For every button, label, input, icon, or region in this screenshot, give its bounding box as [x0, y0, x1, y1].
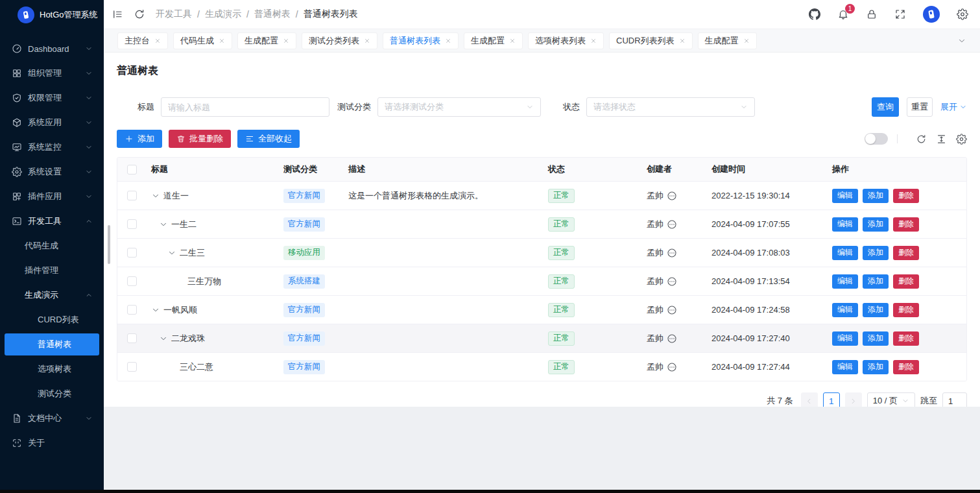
collapse-all-button[interactable]: 全部收起: [237, 130, 300, 148]
close-icon[interactable]: [509, 38, 516, 44]
delete-button[interactable]: 删除: [893, 303, 919, 317]
close-icon[interactable]: [154, 38, 161, 44]
delete-button[interactable]: 删除: [893, 189, 919, 203]
category-filter-select[interactable]: 请选择测试分类: [377, 97, 541, 117]
striped-toggle[interactable]: [865, 133, 888, 145]
edit-button[interactable]: 编辑: [832, 246, 858, 260]
sidebar-item-dashboard[interactable]: Dashboard: [5, 38, 99, 60]
avatar[interactable]: [923, 6, 940, 23]
add-child-button[interactable]: 添加: [863, 303, 889, 317]
delete-button[interactable]: 删除: [893, 360, 919, 374]
creator-more-icon[interactable]: [667, 248, 677, 258]
tree-expand-chevron-icon[interactable]: [151, 306, 160, 315]
row-checkbox[interactable]: [127, 305, 137, 315]
tab-item[interactable]: 生成配置: [464, 32, 523, 49]
github-icon[interactable]: [809, 8, 820, 20]
sidebar-item-option-tree[interactable]: 选项树表: [5, 358, 99, 380]
column-settings-gear-icon[interactable]: [956, 134, 967, 145]
delete-button[interactable]: 删除: [893, 246, 919, 260]
title-filter-input[interactable]: [161, 97, 329, 117]
edit-button[interactable]: 编辑: [832, 303, 858, 317]
sidebar-item-settings[interactable]: 系统设置: [5, 161, 99, 183]
tab-item-active[interactable]: 普通树表列表: [383, 32, 459, 49]
add-child-button[interactable]: 添加: [863, 331, 889, 346]
refresh-table-icon[interactable]: [916, 134, 927, 145]
lock-icon[interactable]: [866, 8, 878, 20]
sidebar-item-system-app[interactable]: 系统应用: [5, 112, 99, 134]
edit-button[interactable]: 编辑: [832, 189, 858, 203]
row-height-icon[interactable]: [936, 134, 947, 145]
creator-more-icon[interactable]: [667, 362, 677, 372]
row-checkbox[interactable]: [127, 191, 137, 200]
sidebar-item-curd-list[interactable]: CURD列表: [5, 309, 99, 331]
sidebar-item-code-gen[interactable]: 代码生成: [5, 235, 99, 257]
settings-gear-icon[interactable]: [957, 8, 968, 20]
delete-button[interactable]: 删除: [893, 217, 919, 232]
prev-page-button[interactable]: [801, 392, 818, 407]
notification-bell[interactable]: 1: [837, 8, 849, 20]
add-child-button[interactable]: 添加: [863, 189, 889, 203]
add-child-button[interactable]: 添加: [863, 217, 889, 232]
sidebar-item-org[interactable]: 组织管理: [5, 62, 99, 84]
reset-button[interactable]: 重置: [907, 97, 933, 117]
breadcrumb-item[interactable]: 普通树表: [254, 8, 291, 20]
add-child-button[interactable]: 添加: [863, 274, 889, 289]
row-checkbox[interactable]: [127, 219, 137, 229]
edit-button[interactable]: 编辑: [832, 274, 858, 289]
breadcrumb-item[interactable]: 开发工具: [156, 8, 192, 20]
breadcrumb-item[interactable]: 生成演示: [205, 8, 241, 20]
reload-icon[interactable]: [134, 8, 145, 20]
row-checkbox[interactable]: [127, 248, 137, 258]
sidebar-item-test-category[interactable]: 测试分类: [5, 383, 99, 405]
creator-more-icon[interactable]: [667, 219, 677, 230]
add-child-button[interactable]: 添加: [863, 360, 889, 374]
tab-item[interactable]: 选项树表列表: [528, 32, 604, 49]
search-button[interactable]: 查询: [872, 97, 899, 117]
scrollbar-thumb[interactable]: [108, 225, 110, 264]
tab-item[interactable]: 主控台: [117, 32, 168, 49]
select-all-checkbox[interactable]: [127, 165, 137, 174]
close-icon[interactable]: [219, 38, 225, 44]
close-icon[interactable]: [590, 38, 597, 44]
close-icon[interactable]: [679, 38, 686, 44]
creator-more-icon[interactable]: [667, 333, 677, 344]
creator-more-icon[interactable]: [667, 305, 677, 315]
sidebar-item-plugin-manage[interactable]: 插件管理: [5, 259, 99, 282]
edit-button[interactable]: 编辑: [832, 217, 858, 232]
tab-item[interactable]: CUDR列表列表: [609, 32, 693, 49]
creator-more-icon[interactable]: [667, 191, 677, 201]
sidebar-item-gen-demo[interactable]: 生成演示: [5, 284, 99, 306]
logo[interactable]: HotGo管理系统: [0, 0, 104, 30]
status-filter-select[interactable]: 请选择状态: [586, 97, 755, 117]
tab-item[interactable]: 测试分类列表: [302, 32, 377, 49]
close-icon[interactable]: [283, 38, 289, 44]
fullscreen-icon[interactable]: [894, 8, 906, 20]
sidebar-item-plugins[interactable]: 插件应用: [5, 186, 99, 208]
sidebar-item-devtools[interactable]: 开发工具: [5, 210, 99, 232]
delete-button[interactable]: 删除: [893, 331, 919, 346]
tab-item[interactable]: 代码生成: [173, 32, 232, 49]
sidebar-item-about[interactable]: 关于: [5, 432, 99, 454]
row-checkbox[interactable]: [127, 276, 137, 286]
add-button[interactable]: 添加: [117, 130, 162, 148]
expand-filters-link[interactable]: 展开: [940, 101, 967, 113]
batch-delete-button[interactable]: 批量删除: [169, 130, 231, 148]
delete-button[interactable]: 删除: [893, 274, 919, 289]
close-icon[interactable]: [364, 38, 370, 44]
page-1-button[interactable]: 1: [823, 392, 840, 407]
close-icon[interactable]: [445, 38, 451, 44]
tree-expand-chevron-icon[interactable]: [159, 220, 168, 229]
row-checkbox[interactable]: [127, 333, 137, 343]
add-child-button[interactable]: 添加: [863, 246, 889, 260]
close-icon[interactable]: [743, 38, 750, 44]
next-page-button[interactable]: [845, 392, 862, 407]
sidebar-item-permission[interactable]: 权限管理: [5, 87, 99, 109]
tab-item[interactable]: 生成配置: [237, 32, 296, 49]
sidebar-item-monitor[interactable]: 系统监控: [5, 136, 99, 158]
sidebar-item-tree-table[interactable]: 普通树表: [5, 333, 99, 355]
sidebar-item-docs[interactable]: 文档中心: [5, 407, 99, 429]
tree-expand-chevron-icon[interactable]: [167, 248, 176, 258]
tree-expand-chevron-icon[interactable]: [159, 334, 168, 343]
jump-page-input[interactable]: [942, 392, 967, 407]
tree-expand-chevron-icon[interactable]: [151, 191, 160, 200]
